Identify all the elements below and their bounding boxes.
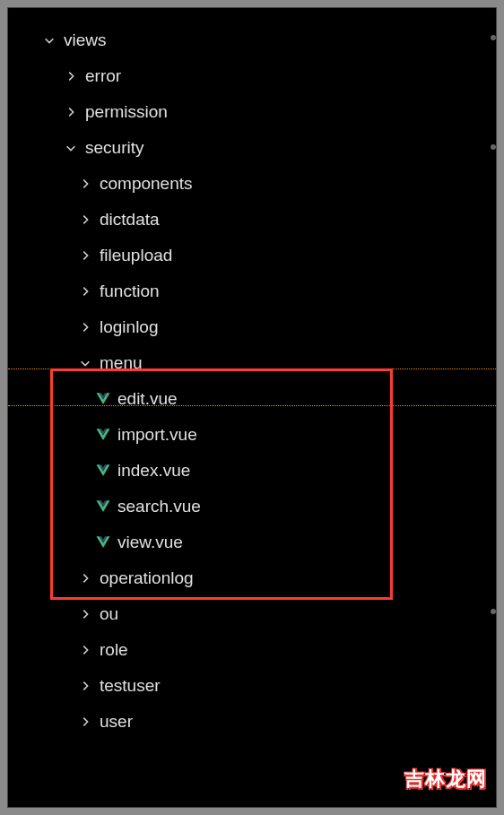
chevron-right-icon: [76, 282, 94, 300]
chevron-down-icon: [40, 31, 58, 49]
chevron-right-icon: [62, 67, 80, 85]
folder-user[interactable]: user: [8, 704, 496, 740]
watermark-text: 吉林龙网: [404, 766, 487, 793]
folder-views[interactable]: views: [8, 22, 496, 58]
scroll-marker: [491, 35, 496, 40]
folder-label: user: [100, 712, 133, 732]
file-view-vue[interactable]: view.vue: [8, 525, 496, 560]
chevron-right-icon: [76, 318, 94, 336]
folder-loginlog[interactable]: loginlog: [8, 309, 496, 345]
vue-icon: [94, 533, 112, 551]
chevron-right-icon: [76, 175, 94, 193]
folder-permission[interactable]: permission: [8, 94, 496, 130]
folder-role[interactable]: role: [8, 632, 496, 668]
chevron-down-icon: [76, 354, 94, 372]
folder-label: role: [100, 640, 128, 660]
chevron-down-icon: [62, 139, 80, 157]
folder-components[interactable]: components: [8, 166, 496, 202]
folder-label: menu: [100, 353, 143, 373]
folder-label: dictdata: [100, 210, 160, 230]
file-label: edit.vue: [117, 389, 178, 409]
chevron-right-icon: [62, 103, 80, 121]
folder-testuser[interactable]: testuser: [8, 668, 496, 704]
folder-label: fileupload: [100, 246, 172, 265]
folder-label: error: [85, 66, 121, 86]
file-import-vue[interactable]: import.vue: [8, 417, 496, 453]
chevron-right-icon: [76, 641, 94, 659]
folder-label: security: [85, 138, 143, 158]
folder-operationlog[interactable]: operationlog: [8, 560, 496, 596]
scroll-marker: [491, 144, 496, 150]
file-label: index.vue: [117, 461, 190, 481]
vue-icon: [94, 498, 112, 516]
chevron-right-icon: [76, 605, 94, 623]
file-label: view.vue: [117, 533, 183, 552]
folder-function[interactable]: function: [8, 273, 496, 309]
vue-icon: [94, 462, 112, 480]
file-explorer-panel: views error permission security componen…: [7, 7, 497, 808]
chevron-right-icon: [76, 211, 94, 229]
scroll-marker: [491, 609, 496, 614]
vue-icon: [94, 426, 112, 444]
folder-error[interactable]: error: [8, 58, 496, 94]
file-label: search.vue: [117, 497, 201, 516]
folder-label: testuser: [100, 676, 161, 696]
folder-label: operationlog: [100, 568, 194, 588]
file-label: import.vue: [117, 425, 197, 445]
folder-label: permission: [85, 102, 168, 122]
folder-security[interactable]: security: [8, 130, 496, 166]
chevron-right-icon: [76, 247, 94, 264]
file-edit-vue[interactable]: edit.vue: [8, 381, 496, 417]
folder-label: views: [64, 30, 107, 50]
folder-ou[interactable]: ou: [8, 596, 496, 632]
folder-label: ou: [100, 604, 118, 624]
folder-fileupload[interactable]: fileupload: [8, 238, 496, 273]
chevron-right-icon: [76, 569, 94, 587]
folder-label: function: [100, 282, 160, 301]
folder-dictdata[interactable]: dictdata: [8, 202, 496, 238]
chevron-right-icon: [76, 713, 94, 731]
file-index-vue[interactable]: index.vue: [8, 453, 496, 489]
chevron-right-icon: [76, 677, 94, 695]
file-search-vue[interactable]: search.vue: [8, 489, 496, 525]
folder-label: loginlog: [100, 317, 159, 337]
folder-menu[interactable]: menu: [8, 345, 496, 381]
folder-label: components: [100, 174, 193, 194]
vue-icon: [94, 390, 112, 408]
